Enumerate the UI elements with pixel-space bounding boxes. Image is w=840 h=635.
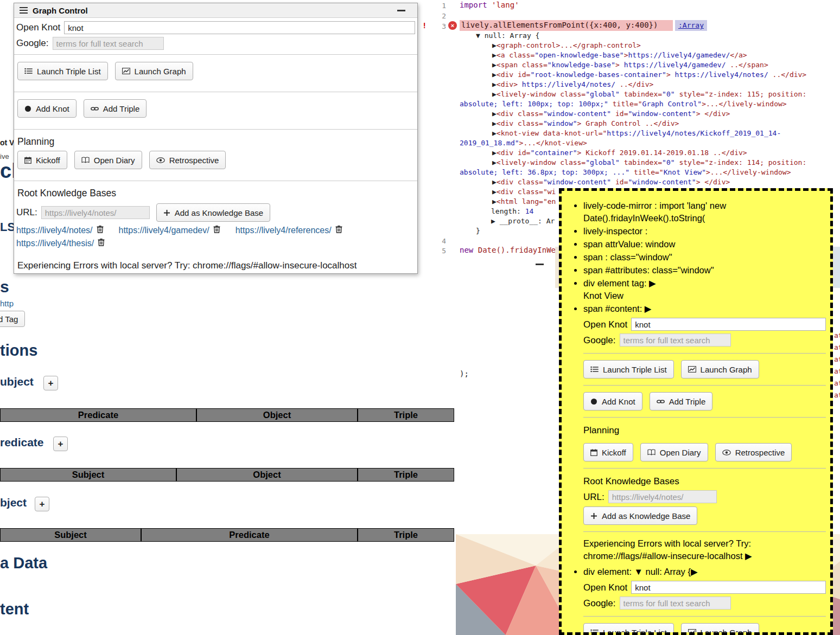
overlay-item-expandable[interactable]: div element: ▼ null: Array {▶ Open Knot … <box>583 566 826 635</box>
add-triple-button[interactable]: Add Triple <box>650 392 713 410</box>
kb-link[interactable]: https://lively4/notes/ <box>16 226 93 235</box>
plus-icon <box>163 209 170 216</box>
chart-icon <box>688 629 696 635</box>
expand-arrow[interactable]: ▶ <box>745 551 752 561</box>
open-knot-input[interactable] <box>631 318 826 331</box>
retrospective-button[interactable]: Retrospective <box>715 443 792 461</box>
open-knot-input[interactable] <box>631 581 826 594</box>
open-knot-label: Open Knot <box>16 22 60 33</box>
delete-kb-icon[interactable] <box>213 225 220 235</box>
kb-link[interactable]: https://lively4/thesis/ <box>16 239 94 248</box>
add-object-button[interactable]: + <box>35 497 49 511</box>
open-knot-label: Open Knot <box>583 318 627 331</box>
add-knot-button[interactable]: Add Knot <box>583 392 642 410</box>
eval-result-label[interactable]: :Array <box>678 21 704 29</box>
open-diary-button[interactable]: Open Diary <box>74 151 142 169</box>
url-label: URL: <box>16 207 37 218</box>
add-knot-label: Add Knot <box>36 104 69 113</box>
inspector-node[interactable]: absolute; left: 100px; top: 100px;" titl… <box>460 99 838 109</box>
kickoff-button[interactable]: Kickoff <box>17 151 67 169</box>
inspector-node[interactable]: ▶<span class="knowledge-base"> https://l… <box>460 60 838 70</box>
launch-graph-button[interactable]: Launch Graph <box>681 360 759 379</box>
local-server-error-hint: Experiencing Errors with local server? T… <box>17 260 414 271</box>
inspector-node[interactable]: ▶<lively-window class="global" tabindex=… <box>460 158 838 168</box>
overlay-item: span attrValue: window <box>583 238 826 251</box>
inspector-node[interactable]: ▶<div id="container"> Kickoff 2019.01.14… <box>460 148 838 158</box>
launch-triple-list-button[interactable]: Launch Triple List <box>583 623 674 635</box>
graph-control-window: Graph Control Open Knot Google: Launch T… <box>14 3 418 274</box>
line-number: 2 <box>428 11 446 21</box>
minimize-button[interactable] <box>397 10 405 11</box>
launch-triple-list-button[interactable]: Launch Triple List <box>17 62 108 80</box>
inspector-node[interactable]: ▶<graph-control>...</graph-control> <box>460 41 838 50</box>
inspector-node[interactable]: ▶<a class="open-knowledge-base">https://… <box>460 50 838 60</box>
kb-url-input[interactable] <box>41 206 150 219</box>
add-knowledge-base-button[interactable]: Add as Knowledge Base <box>156 203 270 222</box>
kb-link[interactable]: https://lively4/gamedev/ <box>119 226 209 235</box>
error-icon: × <box>448 21 457 30</box>
plus-icon <box>590 512 597 519</box>
add-predicate-button[interactable]: + <box>53 437 68 451</box>
planning-section-title: Planning <box>17 136 414 147</box>
window-title: Graph Control <box>33 6 88 15</box>
inspector-node[interactable]: ▶<div class="window-content" id="window-… <box>460 177 838 187</box>
object-triples-table-header: Subject Predicate Triple <box>0 528 454 542</box>
google-search-input[interactable] <box>620 596 731 610</box>
inspector-node[interactable]: ▶<div class="window"> Graph Control ..</… <box>460 119 838 129</box>
inspector-node[interactable]: absolute; left: 36.8px; top: 300px; ..."… <box>460 168 838 177</box>
local-server-error-hint: Experiencing Errors with local server? T… <box>583 537 826 562</box>
gutter-error-mark: ! <box>422 21 427 30</box>
google-label: Google: <box>583 597 616 610</box>
launch-graph-button[interactable]: Launch Graph <box>681 623 759 635</box>
window-menu-icon[interactable] <box>20 7 28 14</box>
clipped-heading-ls: LS <box>0 220 15 234</box>
inspector-node[interactable]: ▶<div class="window-content" id="window-… <box>460 109 838 119</box>
minimize-button-lower-window[interactable] <box>536 264 544 265</box>
clipped-link[interactable]: http <box>0 299 14 308</box>
inspector-node[interactable]: ▼ null: Array { <box>460 31 838 41</box>
delete-kb-icon[interactable] <box>335 225 342 235</box>
eval-result-annotation[interactable]: :Array <box>675 20 707 31</box>
line-number: 1 <box>428 1 446 11</box>
open-knot-input[interactable] <box>64 21 415 34</box>
add-subject-button[interactable]: + <box>43 376 58 390</box>
kickoff-button[interactable]: Kickoff <box>583 443 633 461</box>
clipped-heading-object: bject <box>0 496 27 509</box>
inspector-overlay: lively-code-mirror : import 'lang' new D… <box>559 188 833 635</box>
delete-kb-icon[interactable] <box>97 225 104 235</box>
kb-link-item: https://lively4/references/ <box>236 225 342 235</box>
google-search-input[interactable] <box>620 333 731 347</box>
add-tag-label: d Tag <box>0 315 18 324</box>
add-knot-button[interactable]: Add Knot <box>17 99 77 118</box>
launch-graph-button[interactable]: Launch Graph <box>115 62 193 80</box>
inspector-node[interactable]: 2019_01_18.md">...</knot-view> <box>460 138 838 148</box>
add-tag-button[interactable]: d Tag <box>0 311 25 327</box>
kb-link-item: https://lively4/thesis/ <box>16 238 105 248</box>
overlay-item-expandable[interactable]: span #content: ▶ Open Knot Google: Launc… <box>583 303 826 562</box>
clipped-text-fragment: at <box>834 379 840 387</box>
inspector-node[interactable]: ▶<div id="root-knowledge-bases-container… <box>460 70 838 80</box>
add-triple-button[interactable]: Add Triple <box>84 99 147 118</box>
inspector-node[interactable]: ▶<lively-window class="global" tabindex=… <box>460 89 838 99</box>
predicate-triples-table-header: Subject Object Triple <box>0 468 454 482</box>
clipped-text-fragment: at <box>834 355 840 363</box>
open-diary-button[interactable]: Open Diary <box>640 443 708 461</box>
overlay-item-expandable[interactable]: div element tag: ▶Knot View <box>583 277 826 302</box>
add-knowledge-base-button[interactable]: Add as Knowledge Base <box>583 506 697 525</box>
delete-kb-icon[interactable] <box>98 238 105 248</box>
table-header-cell: Subject <box>0 468 176 482</box>
inspector-node[interactable]: ▶<knot-view data-knot-url="https://livel… <box>460 129 838 138</box>
kb-url-input[interactable] <box>608 490 717 503</box>
graph-control-titlebar[interactable]: Graph Control <box>14 3 417 18</box>
retrospective-button[interactable]: Retrospective <box>149 151 226 169</box>
inspector-node[interactable]: ▶<div> https://lively4/notes/ ..</div> <box>460 80 838 89</box>
eye-icon <box>156 157 165 163</box>
launch-triple-list-button[interactable]: Launch Triple List <box>583 360 674 379</box>
google-search-input[interactable] <box>53 37 164 50</box>
kb-link[interactable]: https://lively4/references/ <box>236 226 332 235</box>
overlay-element-list: lively-code-mirror : import 'lang' new D… <box>570 200 826 635</box>
calendar-icon <box>24 157 31 164</box>
table-header-cell: Object <box>176 468 358 482</box>
kb-link-item: https://lively4/gamedev/ <box>119 225 220 235</box>
book-icon <box>647 449 656 456</box>
